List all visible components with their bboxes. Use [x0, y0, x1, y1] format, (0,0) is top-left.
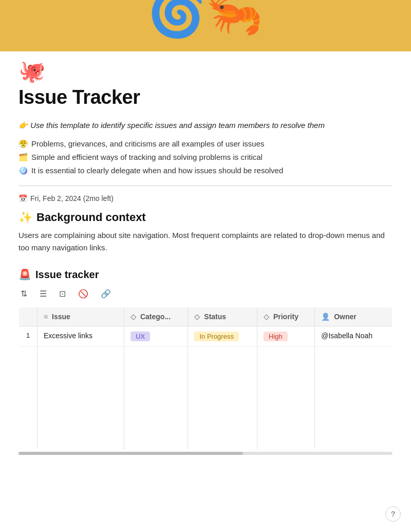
page-icon: 🐙	[0, 51, 411, 86]
col-priority[interactable]: ◇ Priority	[257, 307, 315, 326]
owner-col-icon: 👤	[321, 313, 330, 321]
background-heading-text: Background context	[36, 211, 146, 224]
expand-icon: ⊡	[59, 289, 66, 299]
more-icon: 🔗	[101, 289, 111, 299]
status-cell[interactable]: In Progress	[188, 326, 257, 347]
issue-col-icon: ≡	[44, 313, 48, 321]
hide-button[interactable]: 🚫	[76, 288, 90, 300]
main-content: Issue Tracker 👉 Use this template to ide…	[0, 86, 411, 473]
empty-status[interactable]	[188, 347, 257, 450]
issue-cell[interactable]: Excessive links	[38, 326, 124, 347]
status-badge: In Progress	[194, 332, 238, 341]
category-cell[interactable]: UX	[124, 326, 188, 347]
priority-cell[interactable]: High	[257, 326, 315, 347]
issue-value: Excessive links	[44, 332, 92, 340]
col-category-label: Catego...	[140, 313, 171, 321]
sort-icon: ⇅	[21, 289, 27, 299]
empty-category[interactable]	[124, 347, 188, 450]
empty-num	[19, 347, 38, 450]
filter-button[interactable]: ☰	[38, 288, 49, 300]
empty-issue[interactable]	[38, 347, 124, 450]
date-value: Fri, Feb 2, 2024 (2mo left)	[30, 194, 114, 203]
empty-priority[interactable]	[257, 347, 315, 450]
more-button[interactable]: 🔗	[99, 288, 113, 300]
col-num	[19, 307, 38, 326]
sort-button[interactable]: ⇅	[18, 288, 29, 300]
description-block: 👉 Use this template to identify specific…	[18, 121, 393, 175]
bullet-text-3: It is essential to clearly delegate when…	[31, 166, 283, 175]
calendar-icon: 📅	[18, 194, 27, 203]
bullet-list: 😤 Problems, grievances, and criticisms a…	[18, 139, 393, 175]
tracker-heading-text: Issue tracker	[35, 269, 99, 281]
col-owner[interactable]: 👤 Owner	[315, 307, 393, 326]
background-heading: ✨ Background context	[18, 211, 393, 224]
tracker-table: ≡ Issue ◇ Catego... ◇ Status ◇ Priority …	[18, 307, 393, 450]
table-row: 1 Excessive links UX In Progress High @I…	[19, 326, 393, 347]
bullet-item-1: 😤 Problems, grievances, and criticisms a…	[18, 139, 393, 149]
bullet-emoji-3: 🪩	[18, 166, 28, 175]
description-main: 👉 Use this template to identify specific…	[18, 121, 393, 130]
category-col-icon: ◇	[130, 313, 136, 321]
priority-badge: High	[264, 332, 288, 341]
status-col-icon: ◇	[194, 313, 200, 321]
col-owner-label: Owner	[334, 313, 357, 321]
banner-decoration: 🌀🦐	[148, 0, 263, 36]
col-priority-label: Priority	[273, 313, 298, 321]
alarm-icon: 🚨	[18, 268, 31, 281]
hide-icon: 🚫	[78, 289, 88, 299]
bullet-emoji-1: 😤	[18, 139, 28, 149]
priority-col-icon: ◇	[264, 313, 269, 321]
empty-row	[19, 347, 393, 450]
col-issue[interactable]: ≡ Issue	[38, 307, 124, 326]
empty-owner[interactable]	[315, 347, 393, 450]
owner-cell[interactable]: @Isabella Noah	[315, 326, 393, 347]
col-status[interactable]: ◇ Status	[188, 307, 257, 326]
help-button[interactable]: ?	[385, 506, 401, 522]
sparkle-icon: ✨	[18, 211, 32, 224]
col-status-label: Status	[204, 313, 226, 321]
bullet-item-3: 🪩 It is essential to clearly delegate wh…	[18, 166, 393, 175]
category-badge: UX	[130, 332, 150, 341]
col-category[interactable]: ◇ Catego...	[124, 307, 188, 326]
banner: 🌀🦐	[0, 0, 411, 51]
date-row: 📅 Fri, Feb 2, 2024 (2mo left)	[18, 194, 393, 203]
background-text: Users are complaining about site navigat…	[18, 229, 393, 254]
filter-icon: ☰	[40, 289, 47, 299]
row-num: 1	[19, 326, 38, 347]
bullet-item-2: 🗂️ Simple and efficient ways of tracking…	[18, 153, 393, 162]
page-title: Issue Tracker	[18, 86, 393, 108]
expand-button[interactable]: ⊡	[57, 288, 68, 300]
toolbar: ⇅ ☰ ⊡ 🚫 🔗	[18, 286, 393, 302]
owner-value: @Isabella Noah	[321, 332, 372, 340]
col-issue-label: Issue	[52, 313, 70, 321]
table-header-row: ≡ Issue ◇ Catego... ◇ Status ◇ Priority …	[19, 307, 393, 326]
bullet-text-2: Simple and efficient ways of tracking an…	[31, 153, 263, 161]
scrollbar[interactable]	[18, 452, 393, 455]
divider	[18, 186, 393, 186]
bullet-text-1: Problems, grievances, and criticisms are…	[31, 139, 265, 148]
scrollbar-thumb	[18, 452, 243, 455]
bullet-emoji-2: 🗂️	[18, 153, 28, 162]
tracker-heading: 🚨 Issue tracker	[18, 268, 393, 281]
